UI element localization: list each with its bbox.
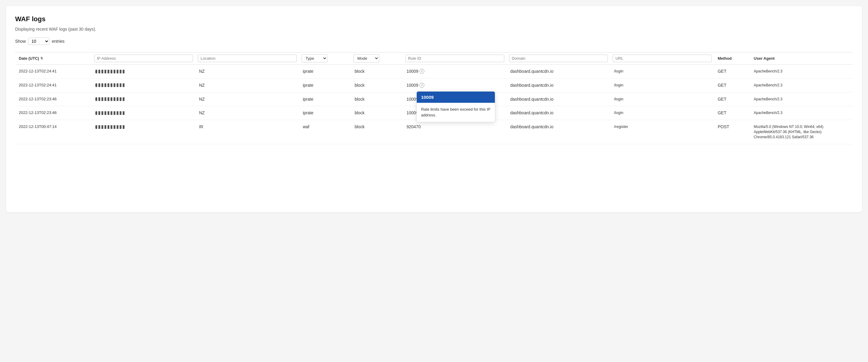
- cell-rule-id: 10009i: [403, 64, 507, 79]
- cell-user-agent: Mozilla/5.0 (Windows NT 10.0; Win64; x64…: [750, 120, 853, 144]
- cell-domain: dashboard.quantcdn.io: [507, 78, 611, 92]
- tooltip-container[interactable]: i10009Rate limits have been exceed for t…: [420, 83, 424, 88]
- cell-ip: [92, 78, 196, 92]
- th-url: [610, 52, 714, 64]
- cell-ip: [92, 120, 196, 144]
- info-icon[interactable]: i: [420, 83, 424, 88]
- cell-location: NZ: [195, 92, 299, 106]
- info-icon[interactable]: i: [420, 69, 424, 74]
- show-entries-row: Show 102550100 entries: [15, 37, 853, 45]
- page-title: WAF logs: [15, 15, 853, 23]
- cell-ip: [92, 106, 196, 120]
- cell-url: /login: [610, 106, 714, 120]
- cell-date: 2022-12-13T02:24:41: [15, 64, 92, 79]
- table-row: 2022-12-13T02:24:41NZiprateblock10009i10…: [15, 78, 853, 92]
- ip-redacted: [95, 111, 126, 115]
- ip-filter-input[interactable]: [94, 55, 193, 62]
- ip-redacted: [95, 83, 126, 87]
- tooltip-popup: 10009Rate limits have been exceed for th…: [416, 91, 495, 122]
- cell-method: GET: [714, 64, 750, 79]
- cell-domain: dashboard.quantcdn.io: [507, 92, 611, 106]
- cell-domain: dashboard.quantcdn.io: [507, 120, 611, 144]
- domain-filter-input[interactable]: [509, 55, 608, 62]
- ip-redacted: [95, 125, 126, 129]
- cell-type: iprate: [299, 78, 351, 92]
- th-ip: [92, 52, 196, 64]
- cell-location: NZ: [195, 78, 299, 92]
- th-user-agent: User Agent: [750, 52, 853, 64]
- type-filter-select[interactable]: Type iprate waf: [302, 54, 328, 62]
- cell-domain: dashboard.quantcdn.io: [507, 106, 611, 120]
- cell-url: /login: [610, 78, 714, 92]
- table-wrapper: Date (UTC) ⇅ Type iprate w: [15, 52, 853, 144]
- table-body: 2022-12-13T02:24:41NZiprateblock10009ida…: [15, 64, 853, 144]
- column-headers-row: Date (UTC) ⇅ Type iprate w: [15, 52, 853, 64]
- cell-method: GET: [714, 78, 750, 92]
- cell-type: waf: [299, 120, 351, 144]
- cell-domain: dashboard.quantcdn.io: [507, 64, 611, 79]
- cell-method: GET: [714, 92, 750, 106]
- mode-filter-select[interactable]: Mode block: [353, 54, 379, 62]
- rule-id-value: 10009: [406, 69, 418, 74]
- ip-redacted: [95, 70, 126, 73]
- url-filter-input[interactable]: [613, 55, 712, 62]
- cell-user-agent: ApacheBench/2.3: [750, 106, 853, 120]
- tooltip-header: 10009: [417, 91, 495, 103]
- th-mode: Mode block: [351, 52, 403, 64]
- th-method: Method: [714, 52, 750, 64]
- ip-redacted: [95, 97, 126, 101]
- cell-user-agent: ApacheBench/2.3: [750, 92, 853, 106]
- cell-date: 2022-12-13T02:23:46: [15, 106, 92, 120]
- th-type: Type iprate waf: [299, 52, 351, 64]
- cell-ip: [92, 92, 196, 106]
- cell-mode: block: [351, 78, 403, 92]
- cell-location: IR: [195, 120, 299, 144]
- cell-location: NZ: [195, 106, 299, 120]
- show-label: Show: [15, 39, 26, 44]
- cell-url: /login: [610, 92, 714, 106]
- entries-label: entries: [52, 39, 64, 44]
- cell-url: /login: [610, 64, 714, 79]
- th-domain: [507, 52, 611, 64]
- cell-mode: block: [351, 106, 403, 120]
- ruleid-filter-input[interactable]: [405, 55, 504, 62]
- waf-logs-table: Date (UTC) ⇅ Type iprate w: [15, 52, 853, 144]
- page-container: WAF logs Displaying recent WAF logs (pas…: [6, 6, 862, 212]
- entries-select[interactable]: 102550100: [28, 37, 50, 45]
- cell-ip: [92, 64, 196, 79]
- cell-type: iprate: [299, 64, 351, 79]
- cell-mode: block: [351, 92, 403, 106]
- cell-method: GET: [714, 106, 750, 120]
- table-row: 2022-12-13T02:24:41NZiprateblock10009ida…: [15, 64, 853, 79]
- cell-date: 2022-12-13T00:47:14: [15, 120, 92, 144]
- cell-location: NZ: [195, 64, 299, 79]
- cell-user-agent: ApacheBench/2.3: [750, 78, 853, 92]
- cell-rule-id: 10009i10009Rate limits have been exceed …: [403, 78, 507, 92]
- rule-id-value: 10009: [406, 83, 418, 88]
- cell-method: POST: [714, 120, 750, 144]
- subtitle: Displaying recent WAF logs (past 30 days…: [15, 27, 853, 31]
- cell-type: iprate: [299, 106, 351, 120]
- cell-user-agent: ApacheBench/2.3: [750, 64, 853, 79]
- cell-mode: block: [351, 64, 403, 79]
- tooltip-container[interactable]: i: [420, 69, 424, 74]
- cell-date: 2022-12-13T02:23:46: [15, 92, 92, 106]
- location-filter-input[interactable]: [198, 55, 297, 62]
- sort-icon[interactable]: ⇅: [40, 56, 43, 60]
- cell-rule-id: 920470: [403, 120, 507, 144]
- th-location: [195, 52, 299, 64]
- th-date: Date (UTC) ⇅: [15, 52, 92, 64]
- cell-url: /register: [610, 120, 714, 144]
- rule-id-value: 920470: [406, 124, 421, 129]
- cell-date: 2022-12-13T02:24:41: [15, 78, 92, 92]
- cell-mode: block: [351, 120, 403, 144]
- tooltip-body: Rate limits have been exceed for this IP…: [417, 103, 495, 122]
- th-rule-id: [403, 52, 507, 64]
- cell-type: iprate: [299, 92, 351, 106]
- table-row: 2022-12-13T00:47:14IRwafblock920470dashb…: [15, 120, 853, 144]
